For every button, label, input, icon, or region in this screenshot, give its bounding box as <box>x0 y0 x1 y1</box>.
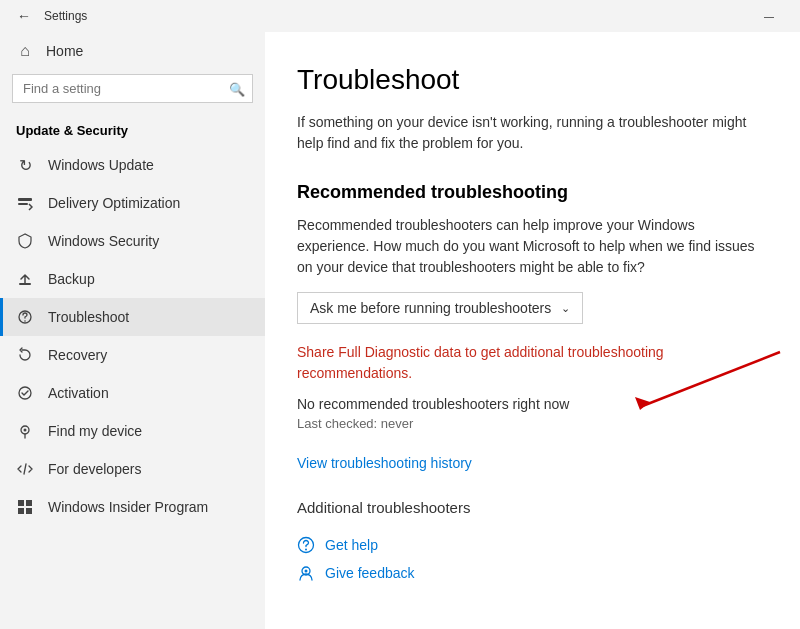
windows-update-icon: ↻ <box>16 156 34 174</box>
sidebar-section-title: Update & Security <box>0 115 265 146</box>
sidebar-item-find-my-device[interactable]: Find my device <box>0 412 265 450</box>
recommended-desc: Recommended troubleshooters can help imp… <box>297 215 760 278</box>
sidebar-item-for-developers[interactable]: For developers <box>0 450 265 488</box>
svg-rect-9 <box>26 500 32 506</box>
recommended-heading: Recommended troubleshooting <box>297 182 760 203</box>
sidebar-item-label: Windows Security <box>48 233 159 249</box>
svg-rect-0 <box>18 198 32 201</box>
sidebar-item-activation[interactable]: Activation <box>0 374 265 412</box>
sidebar-item-label: Find my device <box>48 423 142 439</box>
backup-icon <box>16 270 34 288</box>
svg-point-15 <box>305 570 308 573</box>
svg-rect-1 <box>18 203 28 205</box>
windows-security-icon <box>16 232 34 250</box>
svg-point-13 <box>305 549 307 551</box>
for-developers-icon <box>16 460 34 478</box>
titlebar-left: ← Settings <box>12 4 87 28</box>
give-feedback-label: Give feedback <box>325 565 415 581</box>
home-label: Home <box>46 43 83 59</box>
svg-rect-8 <box>18 500 24 506</box>
sidebar-item-label: Backup <box>48 271 95 287</box>
content-intro: If something on your device isn't workin… <box>297 112 760 154</box>
sidebar-item-label: Windows Update <box>48 157 154 173</box>
windows-insider-icon <box>16 498 34 516</box>
search-icon: 🔍 <box>229 81 245 96</box>
get-help-link[interactable]: Get help <box>297 536 760 554</box>
svg-point-4 <box>24 320 26 322</box>
last-checked-text: Last checked: never <box>297 416 760 431</box>
troubleshoot-icon <box>16 308 34 326</box>
svg-rect-2 <box>19 283 31 285</box>
content-area: Troubleshoot If something on your device… <box>265 32 800 629</box>
get-help-label: Get help <box>325 537 378 553</box>
titlebar-controls: — <box>746 0 792 32</box>
share-diagnostic-link[interactable]: Share Full Diagnostic data to get additi… <box>297 342 760 384</box>
find-my-device-icon <box>16 422 34 440</box>
main-container: ⌂ Home 🔍 Update & Security ↻ Windows Upd… <box>0 32 800 629</box>
sidebar-item-label: For developers <box>48 461 141 477</box>
sidebar-item-label: Delivery Optimization <box>48 195 180 211</box>
sidebar-item-label: Windows Insider Program <box>48 499 208 515</box>
sidebar-item-backup[interactable]: Backup <box>0 260 265 298</box>
svg-rect-11 <box>26 508 32 514</box>
sidebar-item-home[interactable]: ⌂ Home <box>0 32 265 70</box>
give-feedback-link[interactable]: Give feedback <box>297 564 760 582</box>
sidebar-item-windows-insider[interactable]: Windows Insider Program <box>0 488 265 526</box>
additional-troubleshooters-heading: Additional troubleshooters <box>297 499 760 516</box>
sidebar-item-windows-update[interactable]: ↻ Windows Update <box>0 146 265 184</box>
sidebar: ⌂ Home 🔍 Update & Security ↻ Windows Upd… <box>0 32 265 629</box>
svg-rect-10 <box>18 508 24 514</box>
sidebar-item-label: Recovery <box>48 347 107 363</box>
sidebar-search: 🔍 <box>12 74 253 103</box>
delivery-optimization-icon <box>16 194 34 212</box>
svg-point-7 <box>24 429 27 432</box>
no-troubleshooters-text: No recommended troubleshooters right now <box>297 396 760 412</box>
sidebar-item-label: Troubleshoot <box>48 309 129 325</box>
sidebar-item-windows-security[interactable]: Windows Security <box>0 222 265 260</box>
recovery-icon <box>16 346 34 364</box>
give-feedback-icon <box>297 564 315 582</box>
troubleshoot-dropdown[interactable]: Ask me before running troubleshooters ⌄ <box>297 292 583 324</box>
home-icon: ⌂ <box>16 42 34 60</box>
page-title: Troubleshoot <box>297 64 760 96</box>
sidebar-item-label: Activation <box>48 385 109 401</box>
svg-point-5 <box>19 387 31 399</box>
sidebar-item-troubleshoot[interactable]: Troubleshoot <box>0 298 265 336</box>
titlebar: ← Settings — <box>0 0 800 32</box>
search-input[interactable] <box>12 74 253 103</box>
view-history-link[interactable]: View troubleshooting history <box>297 455 760 471</box>
dropdown-label: Ask me before running troubleshooters <box>310 300 551 316</box>
chevron-down-icon: ⌄ <box>561 302 570 315</box>
back-button[interactable]: ← <box>12 4 36 28</box>
minimize-button[interactable]: — <box>746 0 792 32</box>
get-help-icon <box>297 536 315 554</box>
sidebar-item-delivery-optimization[interactable]: Delivery Optimization <box>0 184 265 222</box>
activation-icon <box>16 384 34 402</box>
sidebar-item-recovery[interactable]: Recovery <box>0 336 265 374</box>
titlebar-title: Settings <box>44 9 87 23</box>
